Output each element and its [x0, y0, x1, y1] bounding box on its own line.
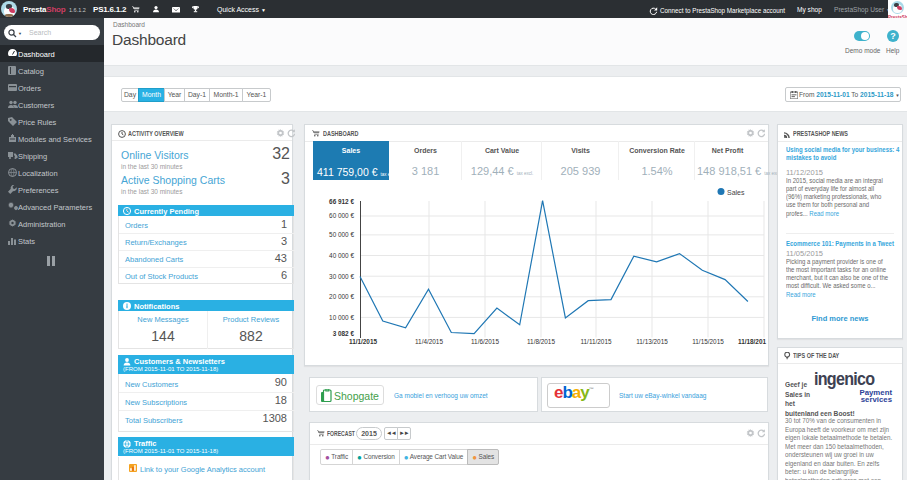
svg-text:20 000 €: 20 000 € [329, 293, 354, 300]
svg-text:11/13/2015: 11/13/2015 [636, 338, 668, 345]
svg-text:11/6/2015: 11/6/2015 [471, 338, 499, 345]
svg-text:11/18/201: 11/18/201 [738, 338, 767, 345]
svg-text:66 912 €: 66 912 € [329, 198, 354, 205]
svg-text:11/4/2015: 11/4/2015 [415, 338, 443, 345]
svg-text:60 000 €: 60 000 € [329, 212, 354, 219]
svg-text:11/1/2015: 11/1/2015 [349, 338, 378, 345]
svg-text:11/11/2015: 11/11/2015 [580, 338, 611, 345]
svg-text:11/15/2015: 11/15/2015 [692, 338, 724, 345]
svg-text:10 000 €: 10 000 € [329, 314, 354, 321]
svg-text:30 000 €: 30 000 € [329, 273, 354, 280]
svg-text:40 000 €: 40 000 € [329, 252, 354, 259]
svg-text:Sales: Sales [727, 189, 745, 196]
svg-text:11/8/2015: 11/8/2015 [527, 338, 555, 345]
svg-text:50 000 €: 50 000 € [329, 231, 354, 238]
svg-text:3 082 €: 3 082 € [333, 330, 355, 337]
